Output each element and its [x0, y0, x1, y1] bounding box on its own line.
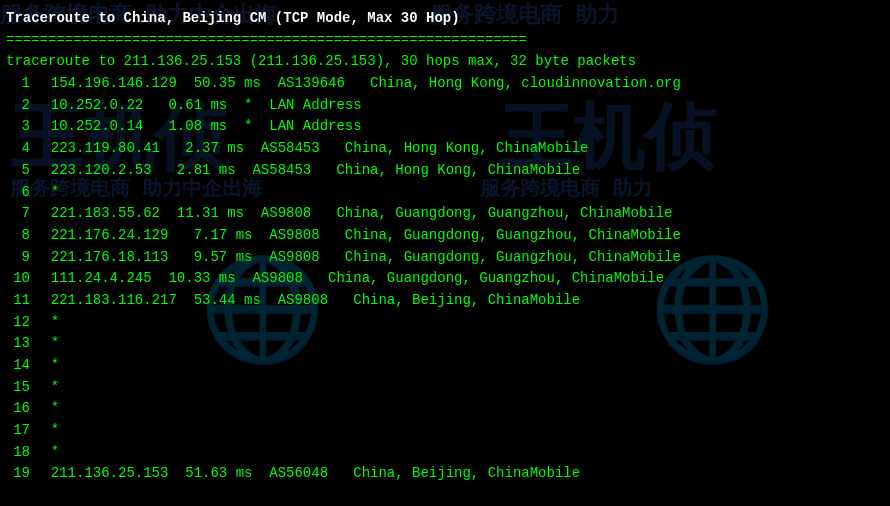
title-text: Traceroute to China, Beijing CM (TCP Mod… — [6, 8, 460, 30]
hop-line: 4 223.119.80.41 2.37 ms AS58453 China, H… — [6, 138, 884, 160]
hop-text: 211.136.25.153 51.63 ms AS56048 China, B… — [34, 463, 580, 485]
hop-line: 18 * — [6, 442, 884, 464]
hop-number: 12 — [6, 312, 30, 334]
hop-text: 221.176.18.113 9.57 ms AS9808 China, Gua… — [34, 247, 681, 269]
hop-text: 221.183.116.217 53.44 ms AS9808 China, B… — [34, 290, 580, 312]
hop-number: 13 — [6, 333, 30, 355]
hop-number: 3 — [6, 116, 30, 138]
info-line: traceroute to 211.136.25.153 (211.136.25… — [6, 51, 884, 73]
hop-text: 223.119.80.41 2.37 ms AS58453 China, Hon… — [34, 138, 589, 160]
hop-text: 111.24.4.245 10.33 ms AS9808 China, Guan… — [34, 268, 664, 290]
hop-number: 18 — [6, 442, 30, 464]
hop-line: 3 10.252.0.14 1.08 ms * LAN Address — [6, 116, 884, 138]
hop-number: 2 — [6, 95, 30, 117]
hop-text: * — [34, 312, 59, 334]
hop-number: 1 — [6, 73, 30, 95]
hop-line: 8 221.176.24.129 7.17 ms AS9808 China, G… — [6, 225, 884, 247]
hop-number: 10 — [6, 268, 30, 290]
hop-text: * — [34, 182, 59, 204]
hop-line: 19 211.136.25.153 51.63 ms AS56048 China… — [6, 463, 884, 485]
info-text: traceroute to 211.136.25.153 (211.136.25… — [6, 51, 636, 73]
terminal-output: Traceroute to China, Beijing CM (TCP Mod… — [0, 0, 890, 493]
hop-number: 9 — [6, 247, 30, 269]
hop-text: * — [34, 420, 59, 442]
hop-text: * — [34, 355, 59, 377]
hop-number: 16 — [6, 398, 30, 420]
hop-line: 5 223.120.2.53 2.81 ms AS58453 China, Ho… — [6, 160, 884, 182]
hop-text: 221.176.24.129 7.17 ms AS9808 China, Gua… — [34, 225, 681, 247]
separator-text: ========================================… — [6, 30, 527, 52]
hop-line: 16 * — [6, 398, 884, 420]
hop-number: 14 — [6, 355, 30, 377]
hop-text: 223.120.2.53 2.81 ms AS58453 China, Hong… — [34, 160, 580, 182]
hop-line: 17 * — [6, 420, 884, 442]
hop-number: 5 — [6, 160, 30, 182]
hop-line: 9 221.176.18.113 9.57 ms AS9808 China, G… — [6, 247, 884, 269]
hop-number: 19 — [6, 463, 30, 485]
hop-line: 14 * — [6, 355, 884, 377]
hop-number: 8 — [6, 225, 30, 247]
hop-number: 6 — [6, 182, 30, 204]
hop-text: 10.252.0.14 1.08 ms * LAN Address — [34, 116, 362, 138]
hop-line: 13 * — [6, 333, 884, 355]
hop-line: 10 111.24.4.245 10.33 ms AS9808 China, G… — [6, 268, 884, 290]
hop-number: 4 — [6, 138, 30, 160]
hop-line: 12 * — [6, 312, 884, 334]
hop-line: 15 * — [6, 377, 884, 399]
hop-text: * — [34, 442, 59, 464]
hop-line: 11 221.183.116.217 53.44 ms AS9808 China… — [6, 290, 884, 312]
hop-number: 7 — [6, 203, 30, 225]
hop-text: * — [34, 333, 59, 355]
hop-text: 154.196.146.129 50.35 ms AS139646 China,… — [34, 73, 681, 95]
hop-line: 7 221.183.55.62 11.31 ms AS9808 China, G… — [6, 203, 884, 225]
hop-text: * — [34, 377, 59, 399]
hop-line: 6 * — [6, 182, 884, 204]
title-line: Traceroute to China, Beijing CM (TCP Mod… — [6, 8, 884, 30]
hop-line: 1 154.196.146.129 50.35 ms AS139646 Chin… — [6, 73, 884, 95]
hop-number: 15 — [6, 377, 30, 399]
separator-line: ========================================… — [6, 30, 884, 52]
hops-container: 1 154.196.146.129 50.35 ms AS139646 Chin… — [6, 73, 884, 485]
hop-text: 221.183.55.62 11.31 ms AS9808 China, Gua… — [34, 203, 673, 225]
hop-text: 10.252.0.22 0.61 ms * LAN Address — [34, 95, 362, 117]
hop-number: 11 — [6, 290, 30, 312]
hop-text: * — [34, 398, 59, 420]
hop-line: 2 10.252.0.22 0.61 ms * LAN Address — [6, 95, 884, 117]
hop-number: 17 — [6, 420, 30, 442]
